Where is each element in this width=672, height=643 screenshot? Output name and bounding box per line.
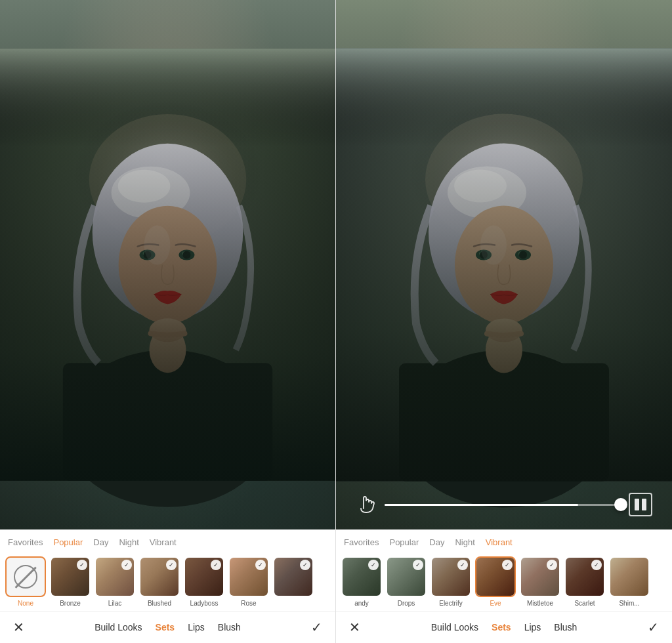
left-filter-thumbnails: None ✓ Bronze ✓ Lilac xyxy=(0,552,335,611)
toolbar-sets-left[interactable]: Sets xyxy=(156,622,175,633)
check-scarlet: ✓ xyxy=(591,560,602,570)
filter-rose[interactable]: ✓ Rose xyxy=(228,556,269,607)
filter-eve[interactable]: ✓ Eve xyxy=(475,556,516,607)
left-filter-tabs: Favorites Popular Day Night Vibrant xyxy=(0,529,335,552)
tab-popular-left[interactable]: Popular xyxy=(53,536,83,549)
filter-shimmer-label: Shim... xyxy=(619,600,639,607)
filter-electrify[interactable]: ✓ Electrify xyxy=(430,556,471,607)
filter-andy-label: andy xyxy=(354,600,369,607)
filter-rose-label: Rose xyxy=(241,600,256,607)
svg-rect-19 xyxy=(0,49,335,481)
filter-electrify-label: Electrify xyxy=(439,600,463,607)
filter-lilac-label: Lilac xyxy=(108,600,122,607)
check-mistletoe: ✓ xyxy=(547,560,557,570)
toolbar-build-looks-left[interactable]: Build Looks xyxy=(94,622,142,633)
filter-bronze[interactable]: ✓ Bronze xyxy=(50,556,91,607)
tab-vibrant-left[interactable]: Vibrant xyxy=(150,536,177,549)
check-andy: ✓ xyxy=(368,560,379,570)
left-photo-bg xyxy=(0,0,335,529)
filter-ladyboss[interactable]: ✓ Ladyboss xyxy=(184,556,224,607)
filter-bronze-label: Bronze xyxy=(60,600,81,607)
check-ladyboss: ✓ xyxy=(211,560,221,570)
tab-favorites-left[interactable]: Favorites xyxy=(8,536,43,549)
check-lilac: ✓ xyxy=(121,560,132,570)
toolbar-blush-left[interactable]: Blush xyxy=(218,622,241,633)
toolbar-build-looks-right[interactable]: Build Looks xyxy=(431,622,478,633)
left-portrait-svg xyxy=(0,0,335,529)
tab-popular-right[interactable]: Popular xyxy=(389,536,419,549)
tab-day-left[interactable]: Day xyxy=(93,536,108,549)
right-toolbar-items: Build Looks Sets Lips Blush xyxy=(431,622,578,633)
svg-rect-39 xyxy=(336,49,672,482)
cancel-button-left[interactable]: ✕ xyxy=(13,619,24,635)
filter-mistletoe[interactable]: ✓ Mistletoe xyxy=(520,556,560,607)
right-photo-bg xyxy=(336,0,672,529)
filter-andy[interactable]: ✓ andy xyxy=(341,556,382,607)
right-toolbar: ✕ Build Looks Sets Lips Blush ✓ xyxy=(336,611,672,643)
check-electrify: ✓ xyxy=(457,560,468,570)
cancel-button-right[interactable]: ✕ xyxy=(349,619,360,635)
left-toolbar: ✕ Build Looks Sets Lips Blush ✓ xyxy=(0,611,335,643)
right-panel: Favorites Popular Day Night Vibrant ✓ an… xyxy=(336,0,672,643)
check-drops: ✓ xyxy=(413,560,423,570)
tab-night-left[interactable]: Night xyxy=(119,536,138,549)
confirm-button-left[interactable]: ✓ xyxy=(311,619,322,635)
filter-mistletoe-label: Mistletoe xyxy=(527,600,553,607)
right-portrait-svg xyxy=(336,0,672,529)
toolbar-lips-right[interactable]: Lips xyxy=(524,622,541,633)
filter-scarlet[interactable]: ✓ Scarlet xyxy=(564,556,605,607)
filter-shimmer[interactable]: Shim... xyxy=(609,556,650,607)
filter-blushed-label: Blushed xyxy=(148,600,171,607)
check-bronze: ✓ xyxy=(77,560,87,570)
filter-drops-label: Drops xyxy=(398,600,415,607)
svg-rect-40 xyxy=(635,499,639,510)
filter-none[interactable]: None xyxy=(5,556,46,607)
tab-vibrant-right[interactable]: Vibrant xyxy=(486,536,513,549)
right-photo-area xyxy=(336,0,672,529)
filter-none-label: None xyxy=(18,600,33,607)
filter-drops[interactable]: ✓ Drops xyxy=(386,556,427,607)
left-toolbar-items: Build Looks Sets Lips Blush xyxy=(94,622,241,633)
compare-icon[interactable] xyxy=(629,493,652,516)
right-filter-tabs: Favorites Popular Day Night Vibrant xyxy=(336,529,672,552)
app-container: Favorites Popular Day Night Vibrant None… xyxy=(0,0,672,643)
filter-partial[interactable]: ✓ xyxy=(273,556,314,607)
filter-scarlet-label: Scarlet xyxy=(574,600,595,607)
tab-night-right[interactable]: Night xyxy=(455,536,474,549)
right-filter-thumbnails: ✓ andy ✓ Drops ✓ Electrify xyxy=(336,552,672,611)
comparison-slider-area xyxy=(356,493,652,516)
check-partial: ✓ xyxy=(300,560,310,570)
tab-day-right[interactable]: Day xyxy=(429,536,444,549)
filter-ladyboss-label: Ladyboss xyxy=(190,600,219,607)
slider-track[interactable] xyxy=(385,504,621,506)
confirm-button-right[interactable]: ✓ xyxy=(648,619,659,635)
toolbar-sets-right[interactable]: Sets xyxy=(492,622,511,633)
tab-favorites-right[interactable]: Favorites xyxy=(344,536,379,549)
left-photo-area xyxy=(0,0,335,529)
gesture-icon xyxy=(356,494,377,515)
svg-rect-41 xyxy=(642,499,646,510)
check-rose: ✓ xyxy=(255,560,266,570)
filter-eve-label: Eve xyxy=(490,600,501,607)
toolbar-blush-right[interactable]: Blush xyxy=(554,622,577,633)
filter-blushed[interactable]: ✓ Blushed xyxy=(139,556,180,607)
check-eve: ✓ xyxy=(502,560,513,570)
left-panel: Favorites Popular Day Night Vibrant None… xyxy=(0,0,336,643)
toolbar-lips-left[interactable]: Lips xyxy=(188,622,205,633)
check-blushed: ✓ xyxy=(166,560,177,570)
filter-lilac[interactable]: ✓ Lilac xyxy=(94,556,135,607)
